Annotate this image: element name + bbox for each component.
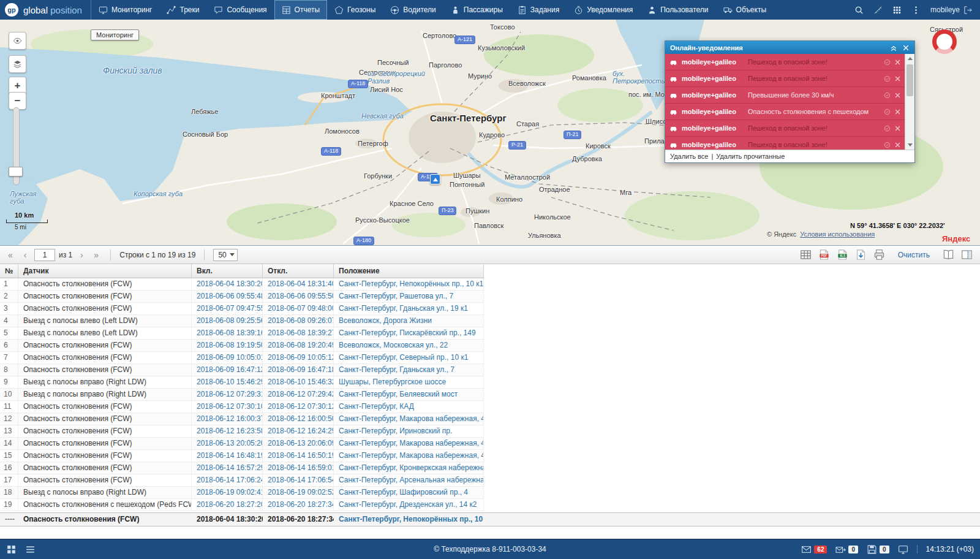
table-row[interactable]: 12Опасность столкновения (FCW)2018-06-12… — [0, 413, 484, 425]
nav-item-passengers[interactable]: Пассажиры — [443, 0, 510, 20]
cell-location[interactable]: Санкт-Петербург, Непокорённых пр., 10 к1 — [334, 278, 484, 290]
screen-icon[interactable] — [898, 544, 908, 555]
table-row[interactable]: 7Опасность столкновения (FCW)2018-06-09 … — [0, 352, 484, 364]
notification-row[interactable]: mobileye+galileoПешеход в опасной зоне! — [665, 120, 914, 137]
notification-row[interactable]: mobileye+galileoПешеход в опасной зоне! — [665, 70, 914, 87]
table-row[interactable]: 8Опасность столкновения (FCW)2018-06-09 … — [0, 364, 484, 376]
column-header[interactable]: Положение — [334, 264, 484, 278]
cell-off-time[interactable]: 2018-06-20 18:27:34 — [263, 499, 334, 511]
column-header[interactable]: Вкл. — [192, 264, 263, 278]
vehicle-marker[interactable] — [430, 174, 440, 184]
measure-button[interactable] — [873, 6, 883, 15]
table-row[interactable]: 4Выезд с полосы влево (Left LDW)2018-06-… — [0, 315, 484, 327]
cell-location[interactable]: Санкт-Петербург, Макарова набережная, 4 — [334, 438, 484, 449]
nav-item-objects[interactable]: Объекты — [716, 0, 774, 20]
cell-off-time[interactable]: 2018-06-08 18:39:27 — [263, 327, 334, 339]
cell-off-time[interactable]: 2018-06-04 18:31:40 — [263, 278, 334, 290]
table-row[interactable]: 10Выезд с полосы вправо (Right LDW)2018-… — [0, 389, 484, 401]
cell-on-time[interactable]: 2018-06-14 17:06:24 — [192, 474, 263, 486]
cell-location[interactable]: Санкт-Петербург, КАД — [334, 401, 484, 413]
cell-location[interactable]: Санкт-Петербург, Северный пр., 10 к1 — [334, 352, 484, 363]
cell-location[interactable]: Санкт-Петербург, Рашетова ул., 7 — [334, 291, 484, 302]
print-icon[interactable] — [873, 249, 885, 260]
table-row[interactable]: 16Опасность столкновения (FCW)2018-06-14… — [0, 462, 484, 474]
cell-location[interactable]: Санкт-Петербург, Арсенальная набережная — [334, 474, 484, 486]
cell-on-time[interactable]: 2018-06-13 20:05:20 — [192, 438, 263, 449]
dismiss-icon[interactable] — [894, 92, 901, 99]
cell-off-time[interactable]: 2018-06-12 07:30:12 — [263, 401, 334, 413]
dismiss-icon[interactable] — [894, 59, 901, 66]
collapse-icon[interactable] — [890, 44, 897, 51]
column-header[interactable]: Датчик — [18, 264, 192, 278]
cell-on-time[interactable]: 2018-06-10 15:46:29 — [192, 376, 263, 388]
table-row[interactable]: 13Опасность столкновения (FCW)2018-06-12… — [0, 425, 484, 438]
cell-location[interactable]: Санкт-Петербург, Кронверкская набережная — [334, 462, 484, 474]
cell-location[interactable]: Санкт-Петербург, Макарова набережная, 4 — [334, 450, 484, 462]
cell-off-time[interactable]: 2018-06-14 16:50:19 — [263, 450, 334, 462]
yandex-brand-link[interactable]: Яндекс — [942, 234, 970, 243]
mark-read-icon[interactable] — [884, 108, 891, 115]
app-logo[interactable]: gp global position — [0, 0, 91, 20]
cell-location[interactable]: Всеволожск, Дорога Жизни — [334, 315, 484, 327]
nav-item-notifications[interactable]: Уведомления — [567, 0, 640, 20]
scrollbar-thumb[interactable] — [907, 64, 913, 96]
notifications-scrollbar[interactable] — [905, 54, 914, 150]
page-number-input[interactable] — [34, 249, 55, 261]
cell-location[interactable]: Всеволожск, Московская ул., 22 — [334, 340, 484, 351]
cell-location[interactable]: Санкт-Петербург, Гданьская ул., 7 — [334, 364, 484, 376]
nav-item-tracks[interactable]: Треки — [159, 0, 206, 20]
table-row[interactable]: 18Выезд с полосы вправо (Right LDW)2018-… — [0, 487, 484, 499]
cell-on-time[interactable]: 2018-06-12 16:23:58 — [192, 425, 263, 437]
split-layout-icon[interactable] — [961, 249, 973, 260]
cell-on-time[interactable]: 2018-06-08 09:25:56 — [192, 315, 263, 327]
cell-location[interactable]: Санкт-Петербург, Ириновский пр. — [334, 425, 484, 437]
notification-row[interactable]: mobileye+galileoПревышение более 30 км/ч — [665, 87, 914, 104]
next-page-button[interactable]: › — [76, 250, 87, 260]
notifications-header[interactable]: Онлайн-уведомления — [665, 41, 914, 54]
export-excel-icon[interactable]: XLS — [837, 249, 848, 260]
cell-on-time[interactable]: 2018-06-06 09:55:48 — [192, 291, 263, 302]
table-row[interactable]: 6Опасность столкновения (FCW)2018-06-08 … — [0, 340, 484, 352]
cell-on-time[interactable]: 2018-06-14 16:48:19 — [192, 450, 263, 462]
terms-link[interactable]: Условия использования — [800, 230, 875, 238]
cell-on-time[interactable]: 2018-06-20 18:27:20 — [192, 499, 263, 511]
table-row[interactable]: 11Опасность столкновения (FCW)2018-06-12… — [0, 401, 484, 413]
cell-location[interactable]: Санкт-Петербург, Шафировский пр., 4 — [334, 487, 484, 498]
cell-on-time[interactable]: 2018-06-14 16:57:29 — [192, 462, 263, 474]
cell-off-time[interactable]: 2018-06-07 09:48:00 — [263, 303, 334, 314]
user-menu[interactable]: mobileye — [930, 6, 973, 15]
mark-read-icon[interactable] — [884, 125, 891, 132]
map-book-icon[interactable] — [943, 249, 954, 260]
cell-on-time[interactable]: 2018-06-12 16:00:37 — [192, 413, 263, 425]
nav-item-monitor[interactable]: Мониторинг — [91, 0, 160, 20]
cell-off-time[interactable]: 2018-06-12 07:29:42 — [263, 389, 334, 400]
nav-item-users[interactable]: Пользователи — [640, 0, 715, 20]
cell-off-time[interactable]: 2018-06-12 16:00:50 — [263, 413, 334, 425]
cell-off-time[interactable]: 2018-06-14 17:06:54 — [263, 474, 334, 486]
nav-item-drivers[interactable]: Водители — [383, 0, 443, 20]
cell-location[interactable]: Санкт-Петербург, Макарова набережная, 4 — [334, 413, 484, 425]
cell-on-time[interactable]: 2018-06-12 07:30:10 — [192, 401, 263, 413]
cell-off-time[interactable]: 2018-06-19 09:02:52 — [263, 487, 334, 498]
mark-read-icon[interactable] — [884, 142, 891, 148]
cell-location[interactable]: Санкт-Петербург, Беляевский мост — [334, 389, 484, 400]
column-header[interactable]: Откл. — [263, 264, 334, 278]
delete-read-link[interactable]: Удалить прочитанные — [716, 153, 785, 160]
prev-page-button[interactable]: ‹ — [20, 250, 31, 260]
cell-off-time[interactable]: 2018-06-08 09:26:07 — [263, 315, 334, 327]
last-page-button[interactable]: » — [91, 250, 102, 260]
modules-grid-icon[interactable] — [6, 544, 17, 555]
cell-off-time[interactable]: 2018-06-09 10:05:12 — [263, 352, 334, 363]
close-icon[interactable] — [902, 44, 910, 51]
apps-grid-button[interactable] — [892, 6, 902, 15]
status-counter-mail[interactable]: 62 — [801, 544, 827, 555]
scroll-up-icon[interactable] — [905, 54, 914, 63]
cell-location[interactable]: Шушары, Петербургское шоссе — [334, 376, 484, 388]
clear-button[interactable]: Очистить — [898, 251, 930, 259]
page-size-select[interactable]: 50 — [213, 249, 237, 261]
cell-location[interactable]: Санкт-Петербург, Пискарёвский пр., 149 — [334, 327, 484, 339]
table-row[interactable]: 15Опасность столкновения (FCW)2018-06-14… — [0, 450, 484, 462]
nav-item-messages[interactable]: Сообщения — [206, 0, 274, 20]
notification-row[interactable]: mobileye+galileoПешеход в опасной зоне! — [665, 137, 914, 150]
dismiss-icon[interactable] — [894, 125, 901, 132]
